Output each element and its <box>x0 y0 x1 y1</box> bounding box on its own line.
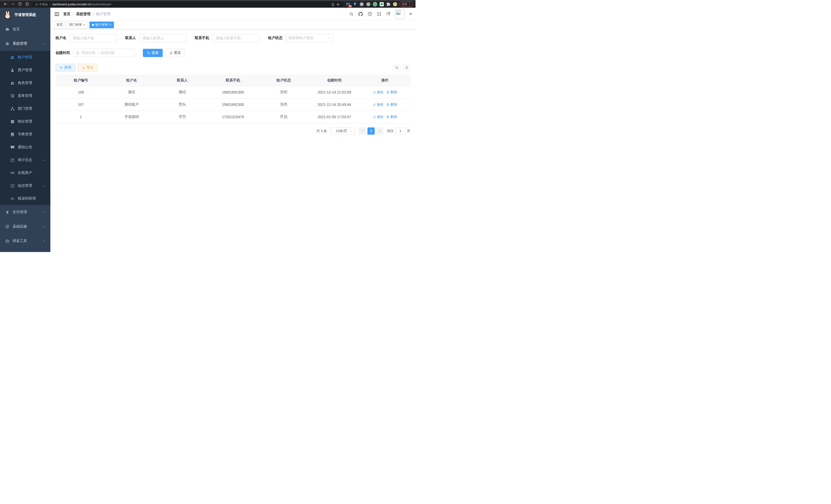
add-button[interactable]: 新增 <box>56 64 75 71</box>
trash-icon <box>386 115 390 118</box>
cell-created: 2021-12-14 20:49:44 <box>309 98 360 111</box>
browser-reload-button[interactable] <box>17 1 23 7</box>
share-button[interactable] <box>330 2 335 7</box>
cell-tenant-name: 芋道源码 <box>106 111 157 123</box>
fullscreen-button[interactable] <box>376 11 381 17</box>
extension-icon-gem[interactable] <box>353 2 357 6</box>
goto-page-input[interactable] <box>395 127 405 135</box>
hide-search-button[interactable] <box>393 64 401 71</box>
edit-button[interactable]: 修改 <box>373 102 383 107</box>
extension-icon-green-dot[interactable] <box>366 2 371 6</box>
pagination-total: 共 3 条 <box>317 129 327 133</box>
sidebar-item-post[interactable]: 岗位管理 <box>0 115 50 128</box>
github-link[interactable] <box>358 11 363 17</box>
bookmark-star-button[interactable] <box>335 2 341 7</box>
status-select[interactable]: 请选择租户状态 <box>285 34 333 42</box>
help-button[interactable] <box>367 11 372 17</box>
delete-button[interactable]: 删除 <box>386 115 397 119</box>
org-tree-icon <box>10 107 15 111</box>
page-number-1[interactable]: 1 <box>368 127 375 135</box>
sidebar-item-label: 岗位管理 <box>18 119 47 124</box>
goto-label: 前往 <box>387 129 394 133</box>
browser-toolbar: 不安全 dashboard.yudao.iocoder.cn/system/te… <box>0 0 416 8</box>
sidebar-item-audit-log[interactable]: 审计日志 <box>0 154 50 167</box>
chrome-update-button[interactable]: 更新 <box>400 2 413 7</box>
sidebar-logo-row[interactable]: 芋道管理系统 <box>0 8 50 22</box>
post-badge-icon <box>10 119 15 124</box>
prev-page-button[interactable] <box>359 127 366 135</box>
sidebar-item-dept[interactable]: 部门管理 <box>0 102 50 115</box>
breadcrumb-home[interactable]: 首页 <box>63 12 70 17</box>
tag-tenant-active[interactable]: 租户管理 ✕ <box>89 22 114 28</box>
sidebar-toggle-icon[interactable] <box>54 11 60 17</box>
browser-home-button[interactable] <box>24 1 30 7</box>
search-icon <box>349 12 353 16</box>
extension-icon-command[interactable]: ⌘ <box>360 2 364 6</box>
user-avatar[interactable] <box>395 9 405 19</box>
update-label: 更新 <box>402 2 407 6</box>
tag-close-icon[interactable]: ✕ <box>109 23 111 26</box>
sidebar-item-sms[interactable]: 短信管理 <box>0 179 50 192</box>
sidebar-item-payment[interactable]: ¥ 支付管理 <box>0 205 50 219</box>
breadcrumb-system[interactable]: 系统管理 <box>76 12 90 17</box>
sidebar-item-menu[interactable]: 菜单管理 <box>0 89 50 102</box>
browser-forward-button[interactable] <box>10 1 16 7</box>
sidebar-item-user[interactable]: 用户管理 <box>0 64 50 77</box>
reset-button[interactable]: 重置 <box>165 49 185 57</box>
delete-button[interactable]: 删除 <box>386 102 397 107</box>
breadcrumb-separator: / <box>93 12 94 16</box>
chevron-down-icon <box>43 211 46 214</box>
extension-icon-y-green[interactable]: Y <box>373 2 377 6</box>
edit-button[interactable]: 修改 <box>373 115 383 119</box>
tenant-name-input[interactable] <box>69 34 117 42</box>
tenant-table: 租户编号 租户名 联系人 联系手机 租户状态 创建时间 操作 108 测试 测试 <box>56 75 410 123</box>
svg-text:⌘: ⌘ <box>361 3 363 6</box>
sidebar-item-role[interactable]: 角色管理 <box>0 77 50 89</box>
delete-button[interactable]: 删除 <box>386 90 397 94</box>
next-page-button[interactable] <box>376 127 383 135</box>
edit-button[interactable]: 修改 <box>373 90 383 94</box>
header-search-button[interactable] <box>349 11 354 17</box>
page-content: 租户名 联系人 联系手机 租户状态 请选择租户状态 <box>50 29 416 252</box>
sidebar-item-error-code[interactable]: 错误码管理 <box>0 192 50 205</box>
page-size-select[interactable]: 10条/页 <box>331 127 355 135</box>
export-button[interactable]: 导出 <box>78 64 98 71</box>
cell-mobile: 15601691300 <box>208 98 258 111</box>
extensions-puzzle-icon[interactable] <box>386 2 391 6</box>
contact-input[interactable] <box>139 34 187 42</box>
chevron-down-icon <box>43 159 46 161</box>
cell-contact: 秃头 <box>157 98 208 111</box>
extension-icon-grid[interactable]: 10 <box>346 2 350 6</box>
sidebar-item-notice[interactable]: 通知公告 <box>0 141 50 154</box>
mobile-input[interactable] <box>212 34 260 42</box>
cell-tenant-id: 108 <box>56 86 106 98</box>
tag-close-icon[interactable]: ✕ <box>83 23 85 26</box>
browser-back-button[interactable] <box>3 1 8 7</box>
sidebar-item-system[interactable]: 系统管理 <box>0 36 50 51</box>
sidebar-item-infra[interactable]: 基础设施 <box>0 219 50 234</box>
sidebar-item-home[interactable]: 首页 <box>0 22 50 36</box>
monitor-icon <box>5 225 9 229</box>
refresh-table-button[interactable] <box>403 64 410 71</box>
sidebar-item-label: 审计日志 <box>18 158 40 162</box>
sidebar-item-online-users[interactable]: 在线用户 <box>0 167 50 179</box>
breadcrumb-separator: / <box>73 12 74 16</box>
font-size-button[interactable]: TT <box>386 11 391 17</box>
export-button-label: 导出 <box>87 65 93 70</box>
sidebar-item-label: 基础设施 <box>12 224 40 229</box>
tag-dept[interactable]: 部门管理 ✕ <box>67 22 88 28</box>
sidebar-item-dev-tools[interactable]: 研发工具 <box>0 234 50 248</box>
profile-avatar-icon[interactable] <box>393 2 397 6</box>
breadcrumb: 首页 / 系统管理 / 租户管理 <box>63 12 111 17</box>
extension-icon-chat[interactable] <box>379 2 384 6</box>
date-range-picker[interactable]: 开始日期 - 结束日期 <box>73 49 135 57</box>
back-arrow-icon <box>4 2 7 6</box>
tag-home[interactable]: 首页 <box>54 22 65 28</box>
avatar-caret-icon[interactable] <box>409 13 412 15</box>
chevron-left-icon <box>361 130 364 132</box>
search-button[interactable]: 搜索 <box>143 49 163 57</box>
sidebar-item-tenant[interactable]: 租户管理 <box>0 51 50 64</box>
url-bar[interactable]: 不安全 dashboard.yudao.iocoder.cn/system/te… <box>32 2 343 7</box>
security-warning-icon[interactable] <box>35 3 39 6</box>
sidebar-item-dict[interactable]: 字典管理 <box>0 128 50 141</box>
